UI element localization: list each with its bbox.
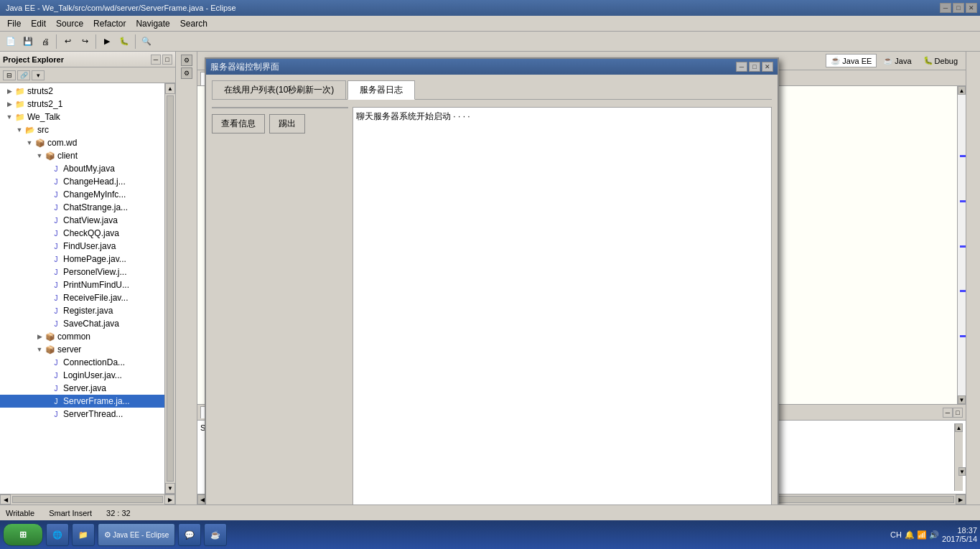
editor-scroll-up[interactable]: ▲ (958, 86, 966, 95)
kick-out-button[interactable]: 踢出 (269, 114, 305, 133)
expand-wetalk[interactable]: ▼ (4, 112, 14, 122)
bottom-panel-maximize[interactable]: □ (953, 408, 963, 418)
server-control-dialog[interactable]: 服务器端控制界面 ─ □ ✕ 在线用户列表(10秒刷新一次) (205, 57, 779, 505)
bottom-scrollbar[interactable]: ▲ ▼ (954, 423, 963, 491)
middle-panel-btn-1[interactable]: ⚙ (181, 55, 192, 66)
save-button[interactable]: 💾 (20, 34, 36, 50)
view-info-button[interactable]: 查看信息 (212, 114, 265, 133)
tree-item-loginuser[interactable]: J LoginUser.jav... (0, 369, 164, 382)
close-button[interactable]: ✕ (966, 3, 977, 13)
scroll-down-button[interactable]: ▼ (165, 483, 175, 494)
maximize-panel-button[interactable]: □ (162, 55, 172, 65)
dialog-minimize-button[interactable]: ─ (736, 62, 747, 72)
tree-item-common[interactable]: ▶ 📦 common (0, 330, 164, 343)
tree-item-checkqq[interactable]: J CheckQQ.java (0, 227, 164, 240)
expand-struts2[interactable]: ▶ (4, 86, 14, 96)
tree-item-connectionda[interactable]: J ConnectionDa... (0, 356, 164, 369)
tree-item-aboutmy[interactable]: J AboutMy.java (0, 162, 164, 175)
user-list-actions: 查看信息 踢出 (212, 111, 348, 136)
new-button[interactable]: 📄 (3, 34, 19, 50)
taskbar-wetalk-button[interactable]: 💬 (178, 523, 201, 546)
dialog-close-button[interactable]: ✕ (762, 62, 773, 72)
java-icon-receivefile: J (50, 292, 62, 304)
debug-perspective-button[interactable]: 🐛 Debug (918, 54, 963, 67)
scroll-left-button[interactable]: ◀ (0, 494, 11, 505)
tree-item-struts2-1[interactable]: ▶ 📁 struts2_1 (0, 98, 164, 111)
dialog-maximize-button[interactable]: □ (749, 62, 760, 72)
editor-scroll-down[interactable]: ▼ (958, 395, 966, 404)
java-ee-perspective-button[interactable]: ☕ Java EE (826, 54, 877, 67)
tree-item-server-java[interactable]: J Server.java (0, 382, 164, 395)
expand-common[interactable]: ▶ (34, 332, 45, 342)
search-button[interactable]: 🔍 (139, 34, 154, 50)
tree-item-homepage[interactable]: J HomePage.jav... (0, 253, 164, 266)
minimize-panel-button[interactable]: ─ (151, 55, 161, 65)
tray-lang: CH (890, 530, 902, 539)
run-button[interactable]: ▶ (99, 34, 115, 50)
tab-online-users[interactable]: 在线用户列表(10秒刷新一次) (212, 80, 346, 99)
menu-file[interactable]: File (3, 17, 25, 30)
undo-button[interactable]: ↩ (60, 34, 75, 50)
expand-server[interactable]: ▼ (34, 344, 45, 355)
scrollbar-thumb[interactable] (167, 95, 174, 482)
package-icon-comwd: 📦 (34, 137, 46, 149)
taskbar-ie-button[interactable]: 🌐 (46, 523, 69, 546)
java-perspective-button[interactable]: ☕ Java (878, 54, 916, 67)
tree-item-printnumfind[interactable]: J PrintNumFindU... (0, 278, 164, 291)
tree-item-client[interactable]: ▼ 📦 client (0, 149, 164, 162)
tree-item-changemyinfo[interactable]: J ChangeMyInfc... (0, 188, 164, 201)
bottom-panel-minimize[interactable]: ─ (943, 408, 953, 418)
clock-time: 18:37 (957, 526, 977, 535)
expand-comwd[interactable]: ▼ (24, 138, 34, 148)
scroll-right-button[interactable]: ▶ (164, 494, 175, 505)
java-icon-connectionda: J (50, 357, 62, 368)
menu-search[interactable]: Search (176, 17, 212, 30)
tree-item-src[interactable]: ▼ 📂 src (0, 123, 164, 136)
expand-struts2-1[interactable]: ▶ (4, 99, 14, 109)
tree-item-struts2[interactable]: ▶ 📁 struts2 (0, 85, 164, 98)
bottom-scroll-up[interactable]: ▲ (955, 423, 963, 432)
tree-item-changehead[interactable]: J ChangeHead.j... (0, 175, 164, 188)
debug-button[interactable]: 🐛 (116, 34, 132, 50)
horiz-scrollbar-thumb[interactable] (12, 496, 163, 503)
collapse-all-button[interactable]: ⊟ (3, 70, 16, 80)
taskbar-java-button[interactable]: ☕ (204, 523, 227, 546)
tree-item-register[interactable]: J Register.java (0, 304, 164, 317)
gutter-marker-3 (960, 245, 966, 248)
menu-refactor[interactable]: Refactor (89, 17, 130, 30)
editor-scrollbar[interactable]: ▲ ▼ (957, 86, 966, 404)
maximize-button[interactable]: □ (953, 3, 964, 13)
tree-item-comwd[interactable]: ▼ 📦 com.wd (0, 136, 164, 149)
tree-item-receivefile[interactable]: J ReceiveFile.jav... (0, 291, 164, 304)
expand-client[interactable]: ▼ (34, 151, 45, 161)
menu-navigate[interactable]: Navigate (131, 17, 174, 30)
tree-item-serverthread[interactable]: J ServerThread... (0, 408, 164, 421)
print-button[interactable]: 🖨 (37, 34, 53, 50)
tree-item-finduser[interactable]: J FindUser.java (0, 240, 164, 253)
horizontal-scrollbar[interactable]: ◀ ▶ (0, 494, 175, 505)
start-button[interactable]: ⊞ (3, 523, 43, 546)
tree-item-server[interactable]: ▼ 📦 server (0, 343, 164, 356)
bottom-scroll-right[interactable]: ▶ (956, 494, 966, 505)
link-with-editor-button[interactable]: 🔗 (17, 70, 30, 80)
tree-menu-button[interactable]: ▾ (32, 70, 45, 80)
redo-button[interactable]: ↪ (77, 34, 93, 50)
tab-service-log[interactable]: 服务器日志 (347, 80, 415, 100)
minimize-button[interactable]: ─ (940, 3, 951, 13)
scroll-up-button[interactable]: ▲ (165, 83, 175, 94)
tree-item-personelview[interactable]: J PersonelView.j... (0, 266, 164, 278)
tree-item-savechat[interactable]: J SaveChat.java (0, 317, 164, 330)
tree-item-wetalk[interactable]: ▼ 📁 We_Talk (0, 111, 164, 123)
bottom-scroll-down[interactable]: ▼ (958, 467, 966, 476)
tree-item-serverframe[interactable]: J ServerFrame.ja... (0, 395, 164, 408)
taskbar-folder-button[interactable]: 📁 (72, 523, 95, 546)
menu-source[interactable]: Source (52, 17, 88, 30)
title-bar-controls: ─ □ ✕ (940, 3, 977, 13)
tree-item-chatstrange[interactable]: J ChatStrange.ja... (0, 201, 164, 214)
taskbar-eclipse-button[interactable]: ⚙ Java EE - Eclipse (98, 523, 175, 546)
project-explorer-scrollbar[interactable]: ▲ ▼ (164, 83, 175, 494)
menu-edit[interactable]: Edit (27, 17, 50, 30)
expand-src[interactable]: ▼ (14, 125, 24, 135)
tree-item-chatview[interactable]: J ChatView.java (0, 214, 164, 227)
middle-panel-btn-2[interactable]: ⚙ (181, 67, 192, 79)
